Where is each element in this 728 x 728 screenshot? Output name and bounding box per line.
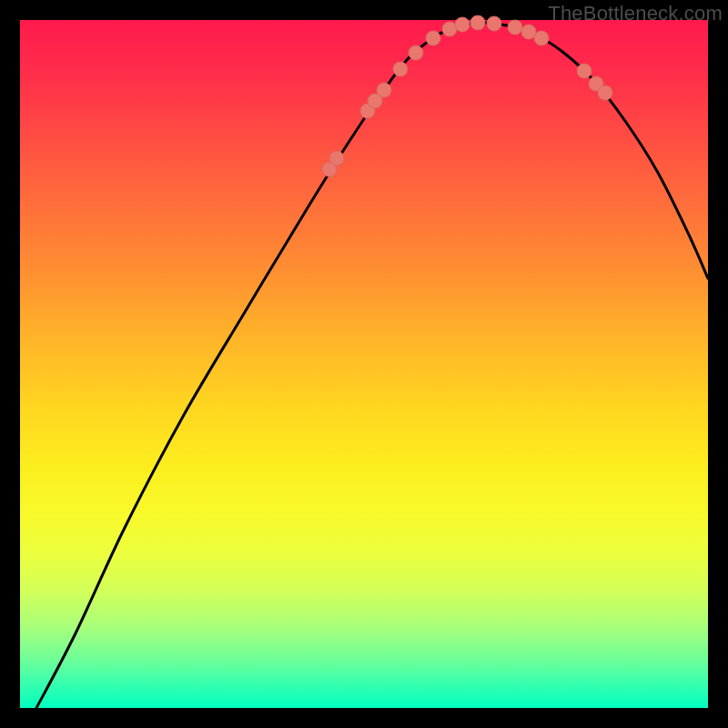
data-point <box>598 86 612 100</box>
data-point <box>393 62 408 76</box>
data-point <box>521 25 536 39</box>
bottleneck-curve <box>36 23 708 708</box>
data-point <box>487 16 501 31</box>
chart-svg <box>20 20 708 708</box>
data-point <box>329 151 344 166</box>
data-point <box>470 15 485 30</box>
data-point <box>534 31 549 46</box>
data-point <box>426 31 440 46</box>
chart-frame <box>20 20 708 708</box>
data-point <box>577 64 592 78</box>
data-point <box>508 20 522 35</box>
data-point <box>409 46 423 60</box>
watermark-text: TheBottleneck.com <box>548 2 723 25</box>
data-points-group <box>322 15 612 177</box>
data-point <box>455 17 470 32</box>
data-point <box>377 83 391 97</box>
